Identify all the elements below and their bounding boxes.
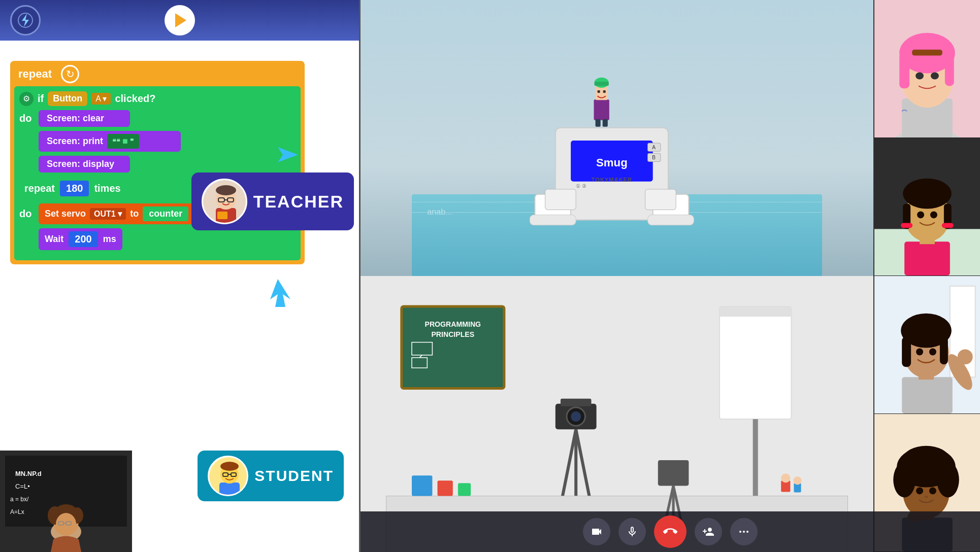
robot-scene-svg: Smug TOKYMAKER A B ① ② bbox=[361, 0, 873, 276]
svg-rect-60 bbox=[603, 119, 608, 127]
svg-text:C=L•: C=L• bbox=[15, 482, 30, 490]
set-servo-block[interactable]: Set servo OUT1 ▾ to counter bbox=[39, 203, 194, 224]
play-button[interactable] bbox=[165, 5, 195, 36]
student-text: STUDENT bbox=[254, 467, 334, 485]
svg-text:B: B bbox=[652, 155, 656, 160]
svg-rect-52 bbox=[645, 189, 676, 210]
participant-waving-girl bbox=[873, 276, 980, 414]
svg-rect-83 bbox=[412, 475, 432, 496]
add-participant-button[interactable] bbox=[695, 518, 722, 545]
camera-feed: MN.NP.d C=L• a = bx/ A=Lx bbox=[0, 451, 132, 552]
svg-rect-76 bbox=[720, 306, 791, 419]
svg-rect-113 bbox=[942, 223, 954, 228]
play-triangle-icon bbox=[175, 13, 186, 27]
wait-row: Wait 200 ms bbox=[39, 228, 296, 250]
svg-rect-50 bbox=[648, 215, 694, 225]
svg-rect-126 bbox=[940, 337, 948, 365]
button-a-dropdown[interactable]: A ▾ bbox=[91, 93, 111, 105]
robot-video-cell: Smug TOKYMAKER A B ① ② bbox=[361, 0, 873, 276]
ms-label: ms bbox=[103, 234, 116, 245]
screen-print-label: Screen: print bbox=[47, 136, 103, 147]
repeat-icon: ↻ bbox=[61, 65, 79, 83]
teacher-label: TEACHER bbox=[191, 172, 354, 230]
right-video-area: Smug TOKYMAKER A B ① ② bbox=[361, 0, 980, 552]
button-a-label: A ▾ bbox=[95, 94, 107, 104]
svg-point-128 bbox=[929, 348, 936, 355]
svg-rect-119 bbox=[902, 377, 953, 413]
svg-rect-86 bbox=[658, 460, 689, 486]
svg-text:A=Lx: A=Lx bbox=[10, 508, 24, 515]
do-clear-row: do Screen: clear bbox=[19, 110, 296, 127]
student-avatar bbox=[208, 456, 248, 496]
screen-clear-label: Screen: clear bbox=[47, 113, 104, 123]
svg-text:TOKYMAKER: TOKYMAKER bbox=[592, 177, 632, 183]
svg-rect-13 bbox=[219, 482, 240, 496]
svg-rect-85 bbox=[458, 483, 471, 496]
camera-button[interactable] bbox=[583, 518, 610, 545]
out1-dropdown[interactable]: OUT1 ▾ bbox=[90, 208, 126, 220]
counter-badge: counter bbox=[143, 206, 188, 221]
quote-close: ❞ bbox=[130, 137, 134, 146]
svg-point-138 bbox=[929, 487, 936, 494]
svg-point-114 bbox=[917, 211, 924, 218]
svg-point-136 bbox=[903, 446, 949, 471]
counter-label: counter bbox=[149, 209, 182, 219]
repeat-label: repeat bbox=[14, 65, 56, 83]
more-options-button[interactable] bbox=[730, 518, 758, 545]
svg-text:PRINCIPLES: PRINCIPLES bbox=[431, 331, 474, 339]
svg-marker-3 bbox=[270, 279, 290, 307]
coding-area: repeat ↻ ⚙ if Button A ▾ clicked? bbox=[0, 41, 359, 552]
microphone-button[interactable] bbox=[618, 518, 646, 545]
wait-number: 200 bbox=[75, 233, 91, 245]
svg-point-103 bbox=[931, 72, 939, 79]
svg-point-7 bbox=[216, 185, 236, 195]
repeat-header: repeat ↻ bbox=[14, 65, 301, 83]
gear-icon[interactable]: ⚙ bbox=[19, 92, 34, 106]
svg-point-115 bbox=[930, 211, 937, 218]
repeat-times-block[interactable]: repeat 180 times bbox=[19, 178, 126, 199]
lightning-button[interactable] bbox=[10, 5, 41, 36]
blue-arrow-down bbox=[263, 274, 298, 312]
student-label: STUDENT bbox=[198, 451, 344, 501]
svg-rect-51 bbox=[545, 189, 576, 210]
svg-text:MN.NP.d: MN.NP.d bbox=[15, 470, 42, 477]
do-display-row: Screen: display bbox=[39, 156, 296, 172]
svg-rect-112 bbox=[901, 223, 912, 228]
svg-point-93 bbox=[793, 476, 801, 485]
outer-repeat-block[interactable]: repeat ↻ ⚙ if Button A ▾ clicked? bbox=[10, 61, 305, 264]
repeat-number-badge[interactable]: 180 bbox=[60, 181, 89, 196]
out1-label: OUT1 ▾ bbox=[94, 209, 122, 219]
print-value-block: ❝❝ ■ ❞ bbox=[107, 134, 139, 149]
wait-label: Wait bbox=[45, 234, 63, 245]
participant-young-girl bbox=[873, 138, 980, 276]
svg-rect-99 bbox=[899, 53, 909, 89]
svg-point-137 bbox=[916, 487, 923, 494]
svg-rect-63 bbox=[402, 306, 504, 389]
side-videos-column bbox=[873, 0, 980, 552]
teacher-text: TEACHER bbox=[253, 192, 344, 212]
wait-block[interactable]: Wait 200 ms bbox=[39, 228, 122, 250]
svg-text:Smug: Smug bbox=[596, 156, 628, 169]
to-label: to bbox=[130, 209, 139, 219]
do-print-row: Screen: print ❝❝ ■ ❞ bbox=[39, 131, 296, 152]
screen-display-label: Screen: display bbox=[47, 159, 114, 169]
svg-rect-125 bbox=[902, 337, 911, 367]
screen-display-block[interactable]: Screen: display bbox=[39, 156, 130, 172]
wait-number-badge[interactable]: 200 bbox=[69, 231, 97, 247]
svg-point-121 bbox=[958, 349, 973, 364]
svg-text:anab...: anab... bbox=[427, 207, 452, 216]
repeat-number: 180 bbox=[66, 183, 83, 194]
button-label: Button bbox=[53, 93, 82, 104]
svg-rect-77 bbox=[720, 306, 791, 317]
svg-point-109 bbox=[903, 179, 952, 209]
svg-rect-48 bbox=[530, 215, 576, 225]
svg-text:A: A bbox=[652, 145, 656, 150]
svg-rect-11 bbox=[217, 212, 227, 219]
video-controls-bar bbox=[361, 511, 980, 552]
svg-text:PROGRAMMING: PROGRAMMING bbox=[424, 320, 481, 328]
screen-clear-block[interactable]: Screen: clear bbox=[39, 110, 130, 127]
button-block: Button bbox=[48, 91, 87, 106]
end-call-button[interactable] bbox=[654, 515, 687, 548]
screen-print-block[interactable]: Screen: print ❝❝ ■ ❞ bbox=[39, 131, 181, 152]
times-label: times bbox=[94, 183, 120, 194]
